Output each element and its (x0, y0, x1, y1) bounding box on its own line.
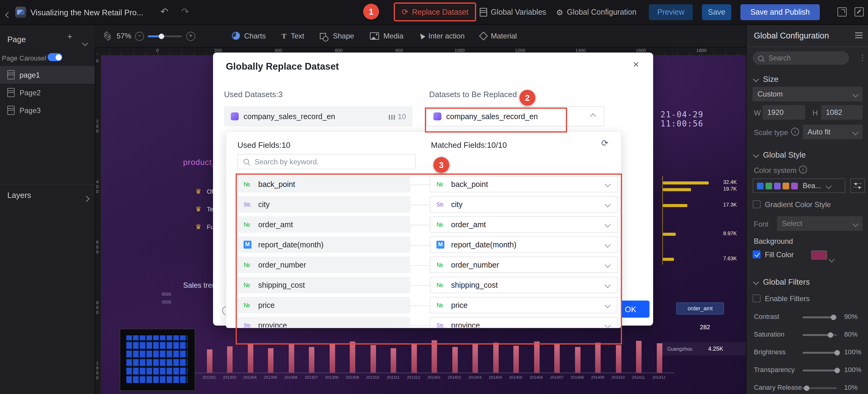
matched-field-select-order_amt[interactable]: №order_amt (430, 216, 618, 233)
slider-thumb[interactable] (828, 332, 833, 338)
save-and-publish-button[interactable]: Save and Publish (740, 4, 820, 20)
x-axis-label: 201309 (345, 375, 359, 379)
width-input[interactable] (763, 105, 805, 120)
x-axis-label: 201403 (468, 375, 481, 379)
chevron-down-icon (604, 201, 611, 207)
matched-field-select-report_date(month)[interactable]: Mreport_date(month) (430, 236, 618, 253)
number-type-icon: № (244, 221, 258, 228)
gradient-style-checkbox[interactable] (753, 200, 761, 208)
scale-type-value: Auto fit (808, 128, 831, 136)
x-axis-label: 201304 (243, 375, 256, 379)
string-type-icon: Str. (244, 322, 258, 328)
config-search-input[interactable] (767, 54, 843, 62)
used-datasets-label: Used Datasets:3 (224, 90, 283, 99)
palette-name: Bea... (803, 182, 821, 189)
color-palette-select[interactable]: Bea... (753, 178, 845, 193)
slider-thumb[interactable] (834, 350, 840, 356)
more-options-icon[interactable]: ⋮ (859, 53, 866, 62)
tool-shape[interactable]: Shape (320, 31, 354, 40)
used-dataset-item[interactable]: company_sales_record_en 10 (224, 106, 413, 126)
rank-value-label: 8.97K (685, 230, 737, 236)
layers-stack-icon[interactable] (103, 32, 111, 40)
global-style-section-header[interactable]: Global Style (754, 150, 806, 160)
field-name: back_point (258, 180, 295, 189)
tool-text[interactable]: TText (282, 31, 304, 40)
slider-thumb[interactable] (834, 368, 840, 373)
layers-expand-icon[interactable] (84, 192, 89, 203)
save-button[interactable]: Save (702, 4, 731, 20)
refresh-icon[interactable]: ⟳ (601, 138, 608, 148)
sales-trend-bars (186, 333, 675, 373)
height-input[interactable] (821, 105, 863, 120)
x-axis-label: 201411 (632, 375, 645, 379)
global-variables-button[interactable]: Global Variables (476, 5, 550, 20)
global-configuration-button[interactable]: ⚙ Global Configuration (552, 5, 640, 20)
slider-thumb[interactable] (831, 315, 836, 320)
sales-bar (391, 348, 396, 373)
x-axis-label: 201308 (325, 375, 338, 379)
zoom-level: 57% (117, 32, 131, 40)
font-value: Select (782, 219, 802, 228)
matched-field-select-province[interactable]: Str.province (430, 317, 618, 328)
collapse-panel-icon[interactable] (855, 32, 863, 38)
matched-field-select-back_point[interactable]: №back_point (430, 176, 618, 192)
redo-icon[interactable]: ↷ (181, 6, 189, 17)
size-preset-select[interactable]: Custom (753, 87, 863, 102)
slider-thumb[interactable] (804, 386, 809, 391)
page-item-page3[interactable]: Page3 (0, 102, 95, 119)
matched-field-select-city[interactable]: Str.city (430, 196, 618, 213)
layers-section[interactable]: Layers (0, 185, 95, 203)
matched-field-select-price[interactable]: №price (430, 297, 618, 313)
sales-bar (329, 344, 335, 373)
zoom-slider-thumb[interactable] (159, 33, 164, 39)
undo-icon[interactable]: ↶ (160, 6, 168, 17)
scale-type-select[interactable]: Auto fit (803, 124, 863, 139)
global-filters-section-header[interactable]: Global Filters (754, 277, 810, 286)
enable-filters-checkbox[interactable] (753, 294, 761, 302)
size-section-header[interactable]: Size (754, 75, 779, 84)
fill-color-checkbox[interactable] (753, 250, 761, 258)
background-label: Background (754, 237, 793, 246)
palette-chips (757, 182, 798, 189)
fill-color-swatch[interactable] (811, 250, 827, 260)
matched-field-select-shipping_cost[interactable]: №shipping_cost (430, 277, 618, 293)
tool-media[interactable]: Media (370, 31, 403, 40)
date-type-icon: M (244, 241, 251, 249)
add-page-icon[interactable]: + (67, 31, 73, 41)
zoom-slider[interactable] (148, 35, 182, 37)
replacement-dataset-select[interactable]: company_sales_record_en (426, 106, 604, 126)
page-item-page2[interactable]: Page2 (0, 84, 95, 102)
export-icon[interactable] (837, 7, 847, 17)
page-item-page1[interactable]: page1 (0, 66, 95, 84)
detail-value: 282 (684, 324, 726, 331)
page-carousel-toggle[interactable] (48, 53, 62, 61)
field-search[interactable] (238, 154, 416, 169)
page-icon (7, 106, 14, 115)
thumbnail-preview[interactable] (120, 329, 195, 391)
tool-inter-action[interactable]: Inter action (420, 31, 465, 40)
matched-field-name: shipping_cost (451, 281, 498, 289)
edit-icon[interactable] (855, 7, 864, 17)
font-select[interactable]: Select (777, 216, 863, 231)
collapse-pages-icon[interactable] (83, 37, 87, 48)
palette-settings-icon[interactable] (850, 178, 865, 193)
slider-label: Contrast (754, 313, 779, 320)
rank-value-label: 19.7K (685, 186, 737, 192)
x-axis-label: 201410 (611, 375, 624, 379)
font-label: Font (754, 220, 769, 228)
replace-dataset-button[interactable]: ⟳ Replace Dataset (394, 2, 476, 21)
matched-field-select-order_number[interactable]: №order_number (430, 257, 618, 273)
preview-button[interactable]: Preview (649, 4, 693, 20)
config-search[interactable] (753, 51, 849, 65)
tool-charts[interactable]: Charts (232, 31, 266, 40)
zoom-in-icon[interactable]: + (186, 32, 195, 41)
back-icon[interactable] (6, 8, 10, 20)
insert-tools: ChartsTTextShapeMediaInter actionMateria… (232, 24, 517, 47)
field-search-input[interactable] (253, 157, 408, 166)
panel-header: Global Configuration (747, 24, 868, 47)
dataset-icon (231, 112, 239, 120)
tool-material[interactable]: Material (480, 31, 517, 40)
close-icon[interactable]: × (633, 59, 639, 71)
zoom-out-icon[interactable]: − (135, 32, 144, 41)
dataset-icon (433, 112, 441, 120)
